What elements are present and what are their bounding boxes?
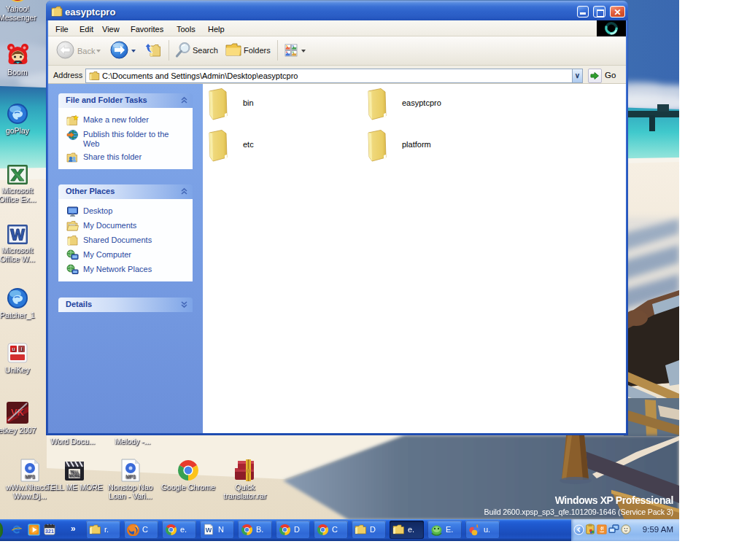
svg-text:i: i [21,346,23,352]
svg-text:MP3: MP3 [125,474,136,479]
svg-text:321: 321 [45,529,54,534]
svg-text:u: u [12,346,15,352]
svg-text:MP3: MP3 [25,474,35,479]
svg-text:MORE: MORE [69,473,81,478]
svg-text:W: W [206,526,212,534]
